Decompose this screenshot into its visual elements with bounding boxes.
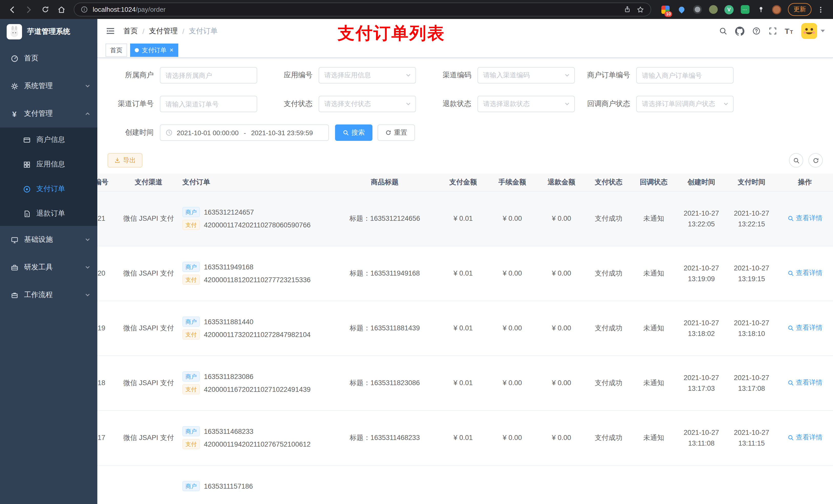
- merchant-order-no-input[interactable]: [636, 67, 734, 83]
- search-icon[interactable]: [718, 27, 727, 35]
- tab-pay-order[interactable]: 支付订单 ×: [130, 44, 178, 57]
- pay-status-select[interactable]: 请选择支付状态: [319, 96, 416, 112]
- cell-pay-time: 2021-10-2713:18:10: [727, 301, 777, 356]
- merchant-input[interactable]: [160, 67, 257, 83]
- sidebar-item-app-info[interactable]: 应用信息: [0, 152, 97, 177]
- hamburger-icon[interactable]: [101, 26, 119, 36]
- cell-id: 17: [97, 410, 120, 465]
- date-end: 2021-10-31 23:59:59: [251, 129, 313, 137]
- tab-home[interactable]: 首页: [105, 44, 127, 57]
- document-icon: [23, 210, 31, 217]
- view-details-link[interactable]: 查看详情: [787, 378, 823, 387]
- profile-avatar-icon[interactable]: [771, 4, 782, 15]
- chevron-down-icon: [405, 101, 411, 107]
- col-fee: 手续金额: [488, 174, 537, 191]
- view-details-link[interactable]: 查看详情: [787, 323, 823, 333]
- fullscreen-icon[interactable]: [768, 27, 777, 35]
- sidebar-item-infrastructure[interactable]: 基础设施: [0, 226, 97, 254]
- github-icon[interactable]: [735, 26, 744, 35]
- table-row: 18 微信 JSAPI 支付 商户 1635311823086 支付 42000…: [97, 356, 833, 410]
- reload-icon[interactable]: [38, 2, 52, 17]
- top-navbar: 首页 / 支付管理 / 支付订单 支付订单列表: [97, 19, 833, 43]
- cell-refund: ¥ 0.00: [537, 410, 586, 465]
- chevron-down-icon: [723, 101, 729, 107]
- reset-button[interactable]: 重置: [378, 124, 415, 141]
- notify-status-select[interactable]: 请选择订单回调商户状态: [636, 96, 734, 112]
- share-icon[interactable]: [623, 6, 631, 13]
- chevron-down-icon: [564, 72, 570, 78]
- home-icon[interactable]: [54, 2, 69, 17]
- chevron-down-icon: [405, 72, 411, 78]
- vue-devtools-icon[interactable]: V: [724, 4, 734, 15]
- notify-status-label: 回调商户状态: [581, 99, 636, 109]
- toggle-search-icon[interactable]: [789, 153, 803, 167]
- sidebar-item-system[interactable]: 系统管理: [0, 72, 97, 100]
- sidebar-item-dev-tools[interactable]: 研发工具: [0, 254, 97, 281]
- pay-order-no: 4200001174202110278060590766: [204, 221, 310, 229]
- extension-chat-icon[interactable]: ⋯: [740, 4, 750, 15]
- breadcrumb-pay-mgmt[interactable]: 支付管理: [149, 26, 178, 35]
- forward-icon[interactable]: [22, 2, 36, 17]
- sidebar-item-home[interactable]: 首页: [0, 45, 97, 72]
- logo-avatar: [7, 24, 22, 40]
- sidebar-item-label: 基础设施: [24, 235, 53, 244]
- sidebar-item-merchant-info[interactable]: 商户信息: [0, 127, 97, 152]
- view-details-link[interactable]: 查看详情: [787, 214, 823, 223]
- site-info-icon[interactable]: [80, 6, 88, 13]
- table-header-row: 编号 支付渠道 支付订单 商品标题 支付金额 手续金额 退款金额 支付状态 回调…: [97, 174, 833, 191]
- sidebar-item-pay-order[interactable]: 支付订单: [0, 177, 97, 201]
- channel-code-select[interactable]: 请输入渠道编码: [477, 67, 575, 83]
- cell-id: [97, 465, 120, 504]
- merchant-order-no: 1635311157186: [204, 482, 253, 490]
- bookmark-star-icon[interactable]: [636, 5, 644, 14]
- refresh-table-icon[interactable]: [808, 153, 823, 167]
- sidebar-item-payment[interactable]: ¥ 支付管理: [0, 100, 97, 127]
- browser-menu-icon[interactable]: [813, 2, 828, 17]
- pin-extension-icon[interactable]: [756, 4, 766, 15]
- sidebar-logo[interactable]: 芋道管理系统: [0, 19, 97, 45]
- merchant-label: 所属商户: [104, 71, 160, 80]
- cell-channel: 微信 JSAPI 支付: [120, 410, 177, 465]
- cell-pay-time: 2021-10-2713:19:15: [727, 246, 777, 301]
- cell-fee: ¥ 0.00: [488, 191, 537, 246]
- help-icon[interactable]: [752, 27, 761, 35]
- card-icon: [23, 136, 31, 144]
- page-content: 所属商户 应用编号 请选择应用信息 渠道编码 请输入渠道编码: [97, 58, 833, 504]
- font-size-icon[interactable]: TT: [785, 27, 793, 35]
- cell-id: 18: [97, 356, 120, 410]
- create-time-range[interactable]: 2021-10-01 00:00:00 - 2021-10-31 23:59:5…: [160, 124, 329, 141]
- col-pay-order: 支付订单: [177, 174, 331, 191]
- url-bar[interactable]: localhost:1024/pay/order: [74, 3, 651, 16]
- user-avatar[interactable]: [801, 23, 825, 40]
- cell-title: 标题：1635312124656: [331, 191, 438, 246]
- refund-status-select[interactable]: 请选择退款状态: [477, 96, 575, 112]
- col-pay-time: 支付时间: [727, 174, 777, 191]
- chevron-down-icon: [85, 83, 90, 89]
- briefcase-icon: [10, 291, 19, 299]
- breadcrumb-pay-order: 支付订单: [189, 26, 218, 35]
- cell-actions: 查看详情: [777, 356, 833, 410]
- extension-dark-icon[interactable]: [692, 4, 703, 15]
- merchant-badge: 商户: [182, 371, 200, 382]
- pay-badge: 支付: [182, 220, 200, 230]
- cell-amount: ¥ 0.01: [438, 246, 488, 301]
- app-select[interactable]: 请选择应用信息: [319, 67, 416, 83]
- view-details-link[interactable]: 查看详情: [787, 433, 823, 442]
- sidebar-item-workflow[interactable]: 工作流程: [0, 281, 97, 309]
- cell-refund: ¥ 0.00: [537, 191, 586, 246]
- extension-colored-icon[interactable]: 10: [660, 4, 671, 15]
- tags-bar: 首页 支付订单 ×: [97, 43, 833, 58]
- back-icon[interactable]: [5, 2, 20, 17]
- extension-olive-icon[interactable]: [708, 4, 718, 15]
- cell-channel: 微信 JSAPI 支付: [120, 301, 177, 356]
- breadcrumb-home[interactable]: 首页: [123, 26, 138, 35]
- chevron-down-icon: [564, 101, 570, 107]
- browser-update-button[interactable]: 更新: [788, 3, 811, 16]
- view-details-link[interactable]: 查看详情: [787, 269, 823, 278]
- search-button[interactable]: 搜索: [335, 124, 373, 141]
- extension-drop-icon[interactable]: [676, 4, 687, 15]
- channel-order-no-input[interactable]: [160, 96, 257, 112]
- close-tab-icon[interactable]: ×: [170, 47, 173, 53]
- sidebar-item-refund-order[interactable]: 退款订单: [0, 201, 97, 226]
- export-button[interactable]: 导出: [108, 153, 142, 167]
